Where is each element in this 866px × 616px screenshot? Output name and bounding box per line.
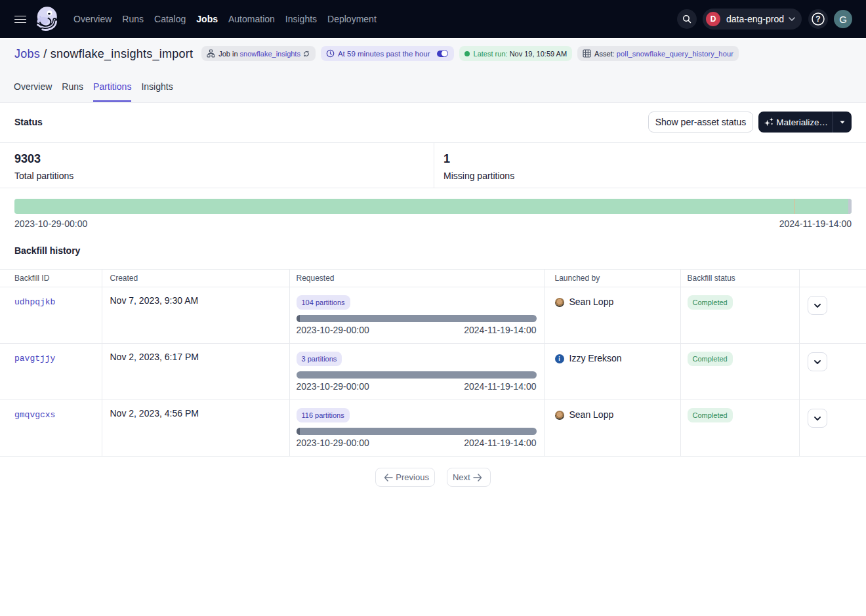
svg-text:?: ? xyxy=(815,14,820,24)
